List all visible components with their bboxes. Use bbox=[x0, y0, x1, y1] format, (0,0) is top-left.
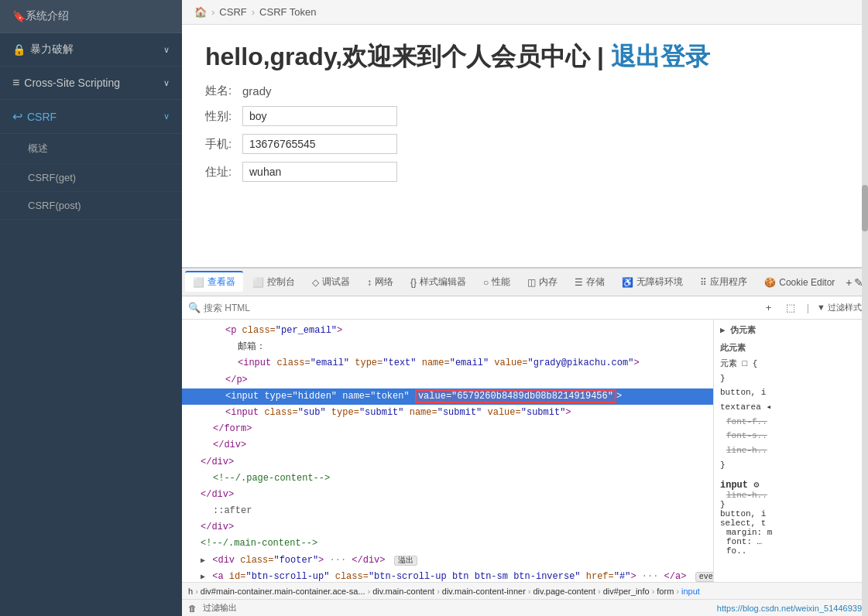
sidebar-subitem-overview[interactable]: 概述 bbox=[0, 134, 182, 164]
devtools-search-bar: 🔍 + ⬚ | ▼ 过滤样式 bbox=[182, 296, 868, 320]
search-actions: + ⬚ | ▼ 过滤样式 bbox=[760, 299, 862, 317]
devtools-bottom-bar: 🗑 过滤输出 https://blog.csdn.net/weixin_5144… bbox=[182, 599, 868, 616]
tab-network[interactable]: ↕ 网络 bbox=[359, 272, 401, 292]
tab-label: 查看器 bbox=[208, 275, 235, 289]
tab-inspector[interactable]: ⬜ 查看器 bbox=[185, 271, 243, 292]
breadcrumb-per-info[interactable]: div#per_info bbox=[603, 587, 650, 596]
overflow-badge[interactable]: 溢出 bbox=[394, 556, 417, 566]
logout-link[interactable]: 退出登录 bbox=[611, 43, 710, 70]
breadcrumb-sep2: › bbox=[252, 6, 255, 18]
devtools: ⬜ 查看器 ⬜ 控制台 ◇ 调试器 ↕ 网络 {} 样式编辑器 bbox=[182, 267, 868, 616]
input-section: input ⚙ line-h.. } button, i select, t m… bbox=[720, 479, 862, 556]
code-line[interactable]: </p> bbox=[182, 372, 713, 388]
element-code: 元素 □ { } button, i textarea ◂ font-f.. f… bbox=[720, 357, 862, 473]
tab-memory[interactable]: ◫ 内存 bbox=[520, 272, 565, 292]
text-content: 邮箱： bbox=[238, 341, 266, 352]
tab-accessibility[interactable]: ♿ 无障碍环境 bbox=[614, 272, 691, 292]
this-element-section: 此元素 元素 □ { } button, i textarea ◂ font-f… bbox=[720, 342, 862, 473]
breadcrumb-current: CSRF Token bbox=[259, 6, 316, 18]
inspector-icon: ⬜ bbox=[193, 277, 204, 288]
tab-style-editor[interactable]: {} 样式编辑器 bbox=[403, 272, 474, 292]
code-line-comment[interactable]: <!--/.main-content--> bbox=[182, 536, 713, 552]
csrf-icon: ↩ bbox=[12, 109, 22, 124]
input-prop: line-h.. bbox=[720, 491, 862, 500]
sidebar-item-intro[interactable]: 🔖 系统介绍 bbox=[0, 0, 182, 33]
subitem-label: 概述 bbox=[28, 142, 48, 154]
page-content: hello,grady,欢迎来到个人会员中心 | 退出登录 姓名: grady … bbox=[182, 25, 868, 205]
tab-debugger[interactable]: ◇ 调试器 bbox=[304, 272, 358, 292]
address-label: 住址: bbox=[205, 165, 236, 180]
delete-icon[interactable]: 🗑 bbox=[188, 604, 197, 613]
storage-icon: ☰ bbox=[575, 277, 583, 288]
pseudo-element-title: ▶ 伪元素 bbox=[720, 324, 862, 336]
tab-label: Cookie Editor bbox=[779, 277, 835, 288]
filter-output-label[interactable]: 过滤输出 bbox=[203, 602, 237, 614]
address-input[interactable] bbox=[242, 162, 397, 182]
triangle-icon: ▶ bbox=[720, 326, 726, 335]
add-element-button[interactable]: + bbox=[760, 299, 777, 317]
phone-input[interactable] bbox=[242, 134, 397, 154]
tab-performance[interactable]: ○ 性能 bbox=[475, 272, 518, 292]
tab-cookie-editor[interactable]: 🍪 Cookie Editor bbox=[756, 274, 842, 291]
page-title: hello,grady,欢迎来到个人会员中心 | 退出登录 bbox=[205, 40, 845, 74]
code-line-pseudo[interactable]: ::after bbox=[182, 503, 713, 519]
event-badge[interactable]: event bbox=[695, 572, 713, 582]
sidebar-item-brute[interactable]: 🔒 暴力破解 ∨ bbox=[0, 33, 182, 67]
gender-input[interactable] bbox=[242, 106, 397, 126]
code-line[interactable]: <input class="sub" type="submit" name="s… bbox=[182, 405, 713, 421]
code-line-scroll-btn[interactable]: ▶ <a id="btn-scroll-up" class="btn-scrol… bbox=[182, 569, 713, 582]
tab-label: 应用程序 bbox=[710, 275, 747, 289]
sidebar-item-csrf[interactable]: ↩ CSRF ∨ bbox=[0, 100, 182, 134]
prop1: font-f.. bbox=[720, 415, 862, 429]
url-display: https://blog.csdn.net/weixin_51446939 bbox=[717, 604, 862, 613]
subitem-label: CSRF(post) bbox=[28, 200, 81, 211]
code-line[interactable]: <p class="per_email"> bbox=[182, 323, 713, 339]
tab-label: 存储 bbox=[586, 275, 605, 289]
code-line-comment[interactable]: <!--/.page-content--> bbox=[182, 471, 713, 487]
code-selector3: button, i bbox=[720, 509, 862, 518]
pick-node-button[interactable]: ⬚ bbox=[782, 299, 799, 317]
tab-storage[interactable]: ☰ 存储 bbox=[567, 272, 612, 292]
tag-open: <p bbox=[225, 325, 242, 336]
font-prop: font: … bbox=[720, 537, 862, 546]
search-input[interactable] bbox=[204, 303, 760, 313]
memory-icon: ◫ bbox=[527, 277, 536, 288]
code-line[interactable]: </form> bbox=[182, 421, 713, 437]
breadcrumb-page-content[interactable]: div.page-content bbox=[533, 587, 596, 596]
sidebar-subitem-csrf-get[interactable]: CSRF(get) bbox=[0, 164, 182, 192]
gender-row: 性别: bbox=[205, 106, 845, 126]
fo-prop: fo.. bbox=[720, 546, 862, 556]
tab-label: 控制台 bbox=[267, 275, 295, 289]
code-line[interactable]: </div> bbox=[182, 519, 713, 536]
breadcrumb-form[interactable]: form bbox=[657, 587, 674, 596]
sidebar-subitem-csrf-post[interactable]: CSRF(post) bbox=[0, 192, 182, 220]
sidebar-item-label: CSRF bbox=[27, 111, 163, 123]
home-icon: 🏠 bbox=[194, 6, 207, 18]
tab-label: 性能 bbox=[492, 275, 510, 289]
highlighted-value: value="6579260b8489db08b8214919456" bbox=[415, 389, 616, 403]
tab-application[interactable]: ⠿ 应用程序 bbox=[692, 272, 755, 292]
breadcrumb-csrf[interactable]: CSRF bbox=[219, 6, 246, 18]
breadcrumb-main-container[interactable]: div#main-container.main-container.ace-sa… bbox=[201, 587, 365, 596]
code-line[interactable]: <input class="email" type="text" name="e… bbox=[182, 355, 713, 371]
html-panel: <p class="per_email"> 邮箱： <input class="… bbox=[182, 320, 713, 582]
code-selector2: textarea ◂ bbox=[720, 400, 862, 415]
code-line-footer[interactable]: ▶ <div class="footer"> ··· </div> 溢出 bbox=[182, 553, 713, 569]
code-line[interactable]: </div> bbox=[182, 454, 713, 471]
breadcrumb-input[interactable]: input bbox=[681, 587, 700, 596]
sidebar-item-xss[interactable]: ≡ Cross-Site Scripting ∨ bbox=[0, 67, 182, 100]
accessibility-icon: ♿ bbox=[622, 277, 633, 288]
code-line[interactable]: </div> bbox=[182, 487, 713, 503]
add-node-button[interactable]: + bbox=[846, 272, 852, 293]
gender-label: 性别: bbox=[205, 109, 236, 124]
chevron-icon: ∨ bbox=[163, 78, 170, 88]
code-line[interactable]: 邮箱： bbox=[182, 339, 713, 355]
tab-label: 无障碍环境 bbox=[636, 275, 683, 289]
breadcrumb-h[interactable]: h bbox=[188, 587, 193, 596]
app-container: 🔖 系统介绍 🔒 暴力破解 ∨ ≡ Cross-Site Scripting ∨… bbox=[0, 0, 868, 616]
breadcrumb-main-content[interactable]: div.main-content bbox=[372, 587, 434, 596]
code-line-selected[interactable]: <input type="hidden" name="token" value=… bbox=[182, 388, 713, 405]
tab-console[interactable]: ⬜ 控制台 bbox=[245, 272, 303, 292]
code-line[interactable]: </div> bbox=[182, 437, 713, 453]
breadcrumb-main-content-inner[interactable]: div.main-content-inner bbox=[442, 587, 526, 596]
